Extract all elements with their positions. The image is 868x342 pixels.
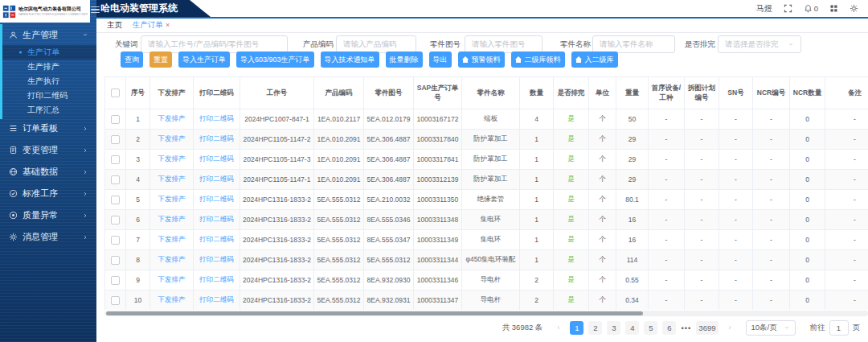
导入技术通知单-button[interactable]: 导入技术通知单 (321, 52, 379, 68)
cell-下发排产: 下发排产 (150, 190, 194, 210)
下发排产-link[interactable]: 下发排产 (158, 195, 186, 203)
下发排产-link[interactable]: 下发排产 (158, 155, 186, 163)
下发排产-link[interactable]: 下发排产 (158, 235, 186, 243)
chevDown-icon (788, 41, 794, 47)
horizontal-scrollbar[interactable] (104, 311, 868, 316)
入二级库-button[interactable]: 入二级库 (571, 52, 618, 68)
打印二维码-link[interactable]: 打印二维码 (199, 175, 234, 183)
导入603/903生产订单-button[interactable]: 导入603/903生产订单 (236, 52, 314, 68)
cell-下发排产: 下发排产 (150, 170, 194, 190)
company-subtitle: HARBIN ELECTRIC POWER EQUIPMENT COMPANY … (18, 12, 72, 16)
cell-单位: 个 (589, 210, 616, 230)
sidebar-item-打印二维码[interactable]: 打印二维码 (0, 89, 96, 103)
sidebar-group-质量异常[interactable]: 质量异常 (0, 204, 96, 226)
打印二维码-link[interactable]: 打印二维码 (199, 134, 234, 142)
打印二维码-link[interactable]: 打印二维码 (199, 195, 234, 203)
scrollbar-thumb[interactable] (106, 311, 643, 315)
cell-零件图号: 5EA.555.0312 (364, 250, 414, 270)
column-header-checkbox[interactable] (105, 77, 126, 109)
打印二维码-link[interactable]: 打印二维码 (199, 295, 234, 303)
next-page-button[interactable] (723, 321, 736, 335)
row-checkbox[interactable] (111, 236, 120, 245)
column-header-序号: 序号 (126, 77, 150, 109)
row-checkbox[interactable] (111, 276, 120, 285)
重置-button[interactable]: 重置 (149, 52, 172, 68)
row-checkbox[interactable] (111, 115, 120, 124)
menu-collapse-icon[interactable] (91, 6, 100, 13)
导出-button[interactable]: 导出 (429, 52, 452, 68)
page-button-1[interactable]: 1 (570, 321, 583, 335)
page-button-6[interactable]: 6 (662, 321, 676, 335)
sidebar-group-消息管理[interactable]: 消息管理 (0, 226, 96, 248)
page-button-3699[interactable]: 3699 (696, 321, 718, 335)
下发排产-link[interactable]: 下发排产 (158, 275, 186, 283)
cell-checkbox (105, 109, 126, 130)
sidebar-item-生产排产[interactable]: 生产排产 (0, 60, 96, 74)
filter-input-关键词[interactable]: 请输入工作号/产品编码/零件图号 (141, 35, 288, 53)
sidebar-group-变更管理[interactable]: 变更管理 (0, 139, 96, 161)
gear-icon[interactable] (850, 4, 858, 13)
filter-select-是否排完[interactable]: 请选择是否排完 (718, 35, 801, 53)
下发排产-link[interactable]: 下发排产 (158, 114, 186, 122)
apps-grid-icon[interactable] (829, 4, 838, 13)
select-all-checkbox[interactable] (111, 89, 120, 97)
row-checkbox[interactable] (111, 135, 120, 144)
tab-close-icon[interactable]: × (166, 22, 170, 29)
sidebar-item-生产订单[interactable]: 生产订单 (0, 45, 96, 60)
filter-input-零件名称[interactable]: 请输入零件名称 (592, 35, 675, 53)
导入生产订单-button[interactable]: 导入生产订单 (178, 52, 230, 68)
cell-是否排完: 是 (554, 230, 589, 250)
row-checkbox[interactable] (111, 196, 120, 204)
tab-生产订单[interactable]: 生产订单× (133, 20, 170, 31)
filter-input-零件图号[interactable]: 请输入零件图号 (465, 35, 542, 53)
username[interactable]: 马煜 (756, 3, 772, 14)
cell-工作号: 2024HPC1316-1833-2 (240, 270, 314, 290)
cell-重量: 29 (616, 170, 649, 190)
row-checkbox[interactable] (111, 175, 120, 184)
goto-page-input[interactable]: 1 (829, 320, 849, 336)
row-checkbox[interactable] (111, 216, 120, 225)
cell-重量: 80.1 (616, 190, 649, 210)
tab-主页[interactable]: 主页 (107, 20, 122, 31)
下发排产-link[interactable]: 下发排产 (158, 215, 186, 223)
下发排产-link[interactable]: 下发排产 (158, 295, 186, 303)
row-checkbox[interactable] (111, 256, 120, 265)
下发排产-link[interactable]: 下发排产 (158, 134, 186, 142)
filter-input-产品编码[interactable]: 请输入产品编码 (336, 35, 416, 53)
二级库领料-button[interactable]: 二级库领料 (511, 52, 565, 68)
page-button-5[interactable]: 5 (644, 321, 657, 335)
cell-产品编码: 5EA.555.0312 (314, 250, 364, 270)
批量删除-button[interactable]: 批量删除 (386, 52, 423, 68)
page-button-2[interactable]: 2 (588, 321, 602, 335)
fullscreen-icon[interactable] (784, 4, 792, 13)
打印二维码-link[interactable]: 打印二维码 (199, 215, 234, 223)
cell-NCR编号: - (753, 290, 790, 311)
tab-label: 主页 (107, 20, 122, 31)
row-checkbox[interactable] (111, 296, 120, 305)
打印二维码-link[interactable]: 打印二维码 (199, 235, 234, 243)
打印二维码-link[interactable]: 打印二维码 (199, 114, 234, 122)
sidebar-group-标准工序[interactable]: 标准工序 (0, 183, 96, 204)
sidebar-group-订单看板[interactable]: 订单看板 (0, 117, 96, 139)
下发排产-link[interactable]: 下发排产 (158, 255, 186, 263)
sidebar-item-生产执行[interactable]: 生产执行 (0, 74, 96, 89)
打印二维码-link[interactable]: 打印二维码 (199, 275, 234, 283)
cell-产品编码: 1EA.010.2117 (314, 109, 364, 130)
预警领料-button[interactable]: 预警领料 (458, 52, 505, 68)
打印二维码-link[interactable]: 打印二维码 (199, 255, 234, 263)
row-checkbox[interactable] (111, 155, 120, 164)
cell-NCR编号: - (753, 270, 790, 290)
sidebar-group-基础数据[interactable]: 基础数据 (0, 161, 96, 183)
table-head: 序号下发排产打印二维码工作号产品编码零件图号SAP生产订单号零件名称数量是否排完… (105, 77, 868, 109)
sidebar-group-生产管理[interactable]: 生产管理 (0, 24, 96, 45)
sidebar-item-工序汇总[interactable]: 工序汇总 (0, 103, 96, 117)
打印二维码-link[interactable]: 打印二维码 (199, 155, 234, 163)
page-button-3[interactable]: 3 (607, 321, 620, 335)
page-size-select[interactable]: 10条/页 (746, 320, 796, 336)
下发排产-link[interactable]: 下发排产 (158, 175, 186, 183)
cell-打印二维码: 打印二维码 (194, 290, 240, 311)
prev-page-button[interactable] (552, 321, 565, 335)
查询-button[interactable]: 查询 (121, 52, 143, 68)
page-button-4[interactable]: 4 (625, 321, 639, 335)
notification-wrap[interactable]: 0 (804, 4, 818, 13)
